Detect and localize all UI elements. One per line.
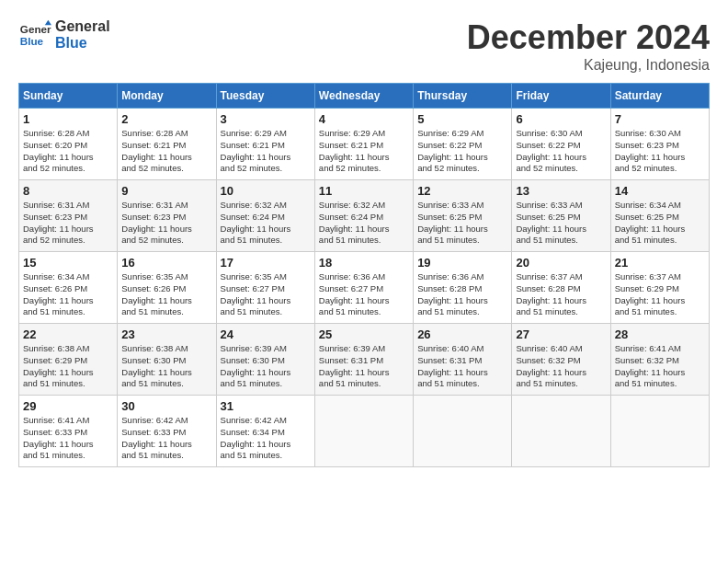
- day-info: Sunrise: 6:39 AM Sunset: 6:31 PM Dayligh…: [319, 343, 409, 390]
- day-number: 29: [23, 399, 113, 413]
- day-number: 18: [319, 256, 409, 270]
- day-number: 9: [121, 184, 211, 198]
- day-cell: 24Sunrise: 6:39 AM Sunset: 6:30 PM Dayli…: [216, 324, 314, 396]
- day-cell: 23Sunrise: 6:38 AM Sunset: 6:30 PM Dayli…: [118, 324, 216, 396]
- day-info: Sunrise: 6:32 AM Sunset: 6:24 PM Dayligh…: [221, 200, 311, 247]
- day-number: 6: [516, 112, 606, 126]
- day-info: Sunrise: 6:36 AM Sunset: 6:28 PM Dayligh…: [417, 271, 507, 318]
- day-number: 2: [121, 112, 211, 126]
- day-cell: 17Sunrise: 6:35 AM Sunset: 6:27 PM Dayli…: [216, 252, 314, 324]
- day-info: Sunrise: 6:33 AM Sunset: 6:25 PM Dayligh…: [516, 200, 606, 247]
- day-cell: 11Sunrise: 6:32 AM Sunset: 6:24 PM Dayli…: [314, 180, 413, 252]
- day-info: Sunrise: 6:31 AM Sunset: 6:23 PM Dayligh…: [23, 200, 113, 247]
- day-info: Sunrise: 6:34 AM Sunset: 6:25 PM Dayligh…: [615, 200, 705, 247]
- day-info: Sunrise: 6:29 AM Sunset: 6:22 PM Dayligh…: [417, 128, 507, 175]
- day-number: 11: [319, 184, 409, 198]
- logo-icon: General Blue: [18, 18, 51, 52]
- day-info: Sunrise: 6:29 AM Sunset: 6:21 PM Dayligh…: [319, 128, 409, 175]
- day-number: 19: [417, 256, 507, 270]
- day-info: Sunrise: 6:35 AM Sunset: 6:27 PM Dayligh…: [221, 271, 311, 318]
- day-cell: 1Sunrise: 6:28 AM Sunset: 6:20 PM Daylig…: [19, 109, 118, 180]
- day-number: 28: [615, 327, 705, 341]
- col-header-friday: Friday: [512, 84, 610, 109]
- col-header-thursday: Thursday: [414, 84, 512, 109]
- day-cell: 9Sunrise: 6:31 AM Sunset: 6:23 PM Daylig…: [118, 180, 216, 252]
- day-cell: [314, 396, 413, 467]
- day-number: 23: [121, 327, 211, 341]
- month-title: December 2024: [467, 18, 710, 57]
- day-cell: 26Sunrise: 6:40 AM Sunset: 6:31 PM Dayli…: [414, 324, 512, 396]
- day-number: 13: [516, 184, 606, 198]
- day-info: Sunrise: 6:42 AM Sunset: 6:33 PM Dayligh…: [121, 415, 211, 462]
- calendar-header-row: SundayMondayTuesdayWednesdayThursdayFrid…: [19, 84, 710, 109]
- day-info: Sunrise: 6:30 AM Sunset: 6:23 PM Dayligh…: [615, 128, 705, 175]
- day-info: Sunrise: 6:39 AM Sunset: 6:30 PM Dayligh…: [221, 343, 311, 390]
- day-cell: 12Sunrise: 6:33 AM Sunset: 6:25 PM Dayli…: [414, 180, 512, 252]
- day-cell: 29Sunrise: 6:41 AM Sunset: 6:33 PM Dayli…: [19, 396, 118, 467]
- day-cell: 30Sunrise: 6:42 AM Sunset: 6:33 PM Dayli…: [118, 396, 216, 467]
- day-cell: 21Sunrise: 6:37 AM Sunset: 6:29 PM Dayli…: [610, 252, 709, 324]
- day-cell: 13Sunrise: 6:33 AM Sunset: 6:25 PM Dayli…: [512, 180, 610, 252]
- week-row-4: 22Sunrise: 6:38 AM Sunset: 6:29 PM Dayli…: [19, 324, 710, 396]
- day-number: 12: [417, 184, 507, 198]
- day-info: Sunrise: 6:38 AM Sunset: 6:30 PM Dayligh…: [121, 343, 211, 390]
- day-cell: 8Sunrise: 6:31 AM Sunset: 6:23 PM Daylig…: [19, 180, 118, 252]
- day-info: Sunrise: 6:33 AM Sunset: 6:25 PM Dayligh…: [417, 200, 507, 247]
- day-cell: 5Sunrise: 6:29 AM Sunset: 6:22 PM Daylig…: [414, 109, 512, 180]
- day-cell: 27Sunrise: 6:40 AM Sunset: 6:32 PM Dayli…: [512, 324, 610, 396]
- col-header-monday: Monday: [118, 84, 216, 109]
- title-block: December 2024 Kajeung, Indonesia: [467, 18, 710, 74]
- day-number: 25: [319, 327, 409, 341]
- day-info: Sunrise: 6:42 AM Sunset: 6:34 PM Dayligh…: [221, 415, 311, 462]
- day-number: 24: [221, 327, 311, 341]
- day-number: 31: [221, 399, 311, 413]
- day-cell: 6Sunrise: 6:30 AM Sunset: 6:22 PM Daylig…: [512, 109, 610, 180]
- day-number: 30: [121, 399, 211, 413]
- day-cell: 3Sunrise: 6:29 AM Sunset: 6:21 PM Daylig…: [216, 109, 314, 180]
- day-info: Sunrise: 6:35 AM Sunset: 6:26 PM Dayligh…: [121, 271, 211, 318]
- day-info: Sunrise: 6:28 AM Sunset: 6:20 PM Dayligh…: [23, 128, 113, 175]
- day-info: Sunrise: 6:31 AM Sunset: 6:23 PM Dayligh…: [121, 200, 211, 247]
- day-cell: 31Sunrise: 6:42 AM Sunset: 6:34 PM Dayli…: [216, 396, 314, 467]
- day-number: 22: [23, 327, 113, 341]
- col-header-sunday: Sunday: [19, 84, 118, 109]
- day-info: Sunrise: 6:29 AM Sunset: 6:21 PM Dayligh…: [221, 128, 311, 175]
- day-cell: [610, 396, 709, 467]
- day-cell: 22Sunrise: 6:38 AM Sunset: 6:29 PM Dayli…: [19, 324, 118, 396]
- logo-blue: Blue: [55, 35, 110, 52]
- week-row-5: 29Sunrise: 6:41 AM Sunset: 6:33 PM Dayli…: [19, 396, 710, 467]
- day-cell: 16Sunrise: 6:35 AM Sunset: 6:26 PM Dayli…: [118, 252, 216, 324]
- day-cell: 19Sunrise: 6:36 AM Sunset: 6:28 PM Dayli…: [414, 252, 512, 324]
- day-info: Sunrise: 6:28 AM Sunset: 6:21 PM Dayligh…: [121, 128, 211, 175]
- calendar-table: SundayMondayTuesdayWednesdayThursdayFrid…: [18, 83, 710, 467]
- week-row-2: 8Sunrise: 6:31 AM Sunset: 6:23 PM Daylig…: [19, 180, 710, 252]
- day-cell: 15Sunrise: 6:34 AM Sunset: 6:26 PM Dayli…: [19, 252, 118, 324]
- day-info: Sunrise: 6:37 AM Sunset: 6:28 PM Dayligh…: [516, 271, 606, 318]
- day-number: 5: [417, 112, 507, 126]
- day-info: Sunrise: 6:38 AM Sunset: 6:29 PM Dayligh…: [23, 343, 113, 390]
- day-number: 20: [516, 256, 606, 270]
- day-cell: 2Sunrise: 6:28 AM Sunset: 6:21 PM Daylig…: [118, 109, 216, 180]
- day-number: 7: [615, 112, 705, 126]
- day-number: 1: [23, 112, 113, 126]
- day-number: 16: [121, 256, 211, 270]
- location-subtitle: Kajeung, Indonesia: [467, 57, 710, 74]
- day-number: 26: [417, 327, 507, 341]
- day-cell: [512, 396, 610, 467]
- svg-text:Blue: Blue: [20, 35, 44, 47]
- day-cell: 4Sunrise: 6:29 AM Sunset: 6:21 PM Daylig…: [314, 109, 413, 180]
- week-row-1: 1Sunrise: 6:28 AM Sunset: 6:20 PM Daylig…: [19, 109, 710, 180]
- day-number: 17: [221, 256, 311, 270]
- day-info: Sunrise: 6:41 AM Sunset: 6:32 PM Dayligh…: [615, 343, 705, 390]
- day-cell: 7Sunrise: 6:30 AM Sunset: 6:23 PM Daylig…: [610, 109, 709, 180]
- day-number: 27: [516, 327, 606, 341]
- col-header-saturday: Saturday: [610, 84, 709, 109]
- day-info: Sunrise: 6:40 AM Sunset: 6:32 PM Dayligh…: [516, 343, 606, 390]
- day-cell: [414, 396, 512, 467]
- day-info: Sunrise: 6:40 AM Sunset: 6:31 PM Dayligh…: [417, 343, 507, 390]
- logo-general: General: [55, 18, 110, 35]
- day-number: 4: [319, 112, 409, 126]
- day-info: Sunrise: 6:34 AM Sunset: 6:26 PM Dayligh…: [23, 271, 113, 318]
- day-cell: 20Sunrise: 6:37 AM Sunset: 6:28 PM Dayli…: [512, 252, 610, 324]
- day-number: 21: [615, 256, 705, 270]
